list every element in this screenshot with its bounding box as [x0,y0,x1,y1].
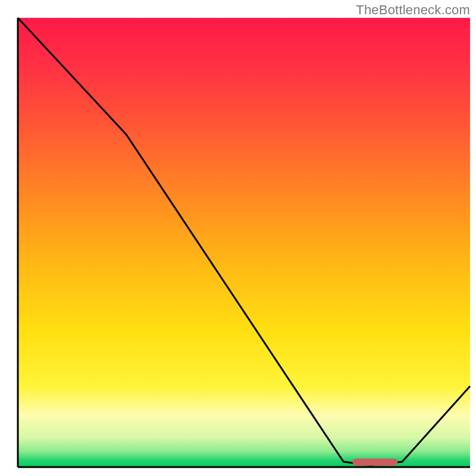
optimal-range-marker [352,459,397,466]
plot-background [18,18,470,467]
chart-container: TheBottleneck.com [0,0,476,476]
watermark-label: TheBottleneck.com [356,2,470,18]
bottleneck-chart [0,0,476,476]
